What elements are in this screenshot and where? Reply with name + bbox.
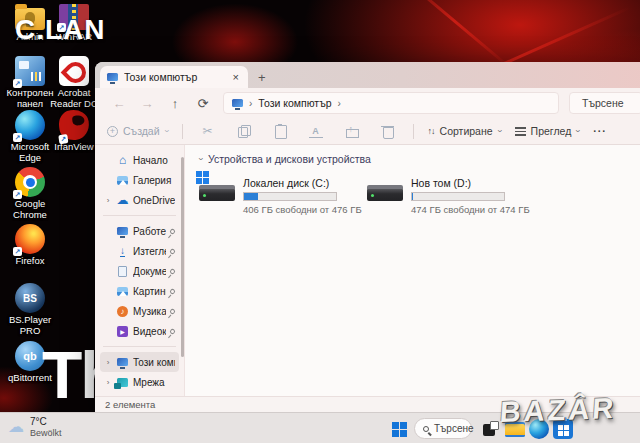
chevron-down-icon: ›: [573, 130, 583, 133]
desktop-icon-label: Admin: [17, 32, 44, 43]
this-pc-icon: [117, 358, 128, 366]
drive-usage-bar: [411, 192, 505, 201]
desktop-icon-winrar[interactable]: ↗ WinRAR: [50, 2, 98, 43]
sidebar-item-home[interactable]: ⌂ Начало: [100, 150, 179, 170]
item-count: 2 елемента: [105, 399, 155, 410]
sidebar-item-label: Картини: [133, 286, 166, 297]
qbittorrent-icon: qb: [15, 341, 45, 371]
refresh-button[interactable]: ⟳: [189, 96, 217, 111]
section-header-label: Устройства и дискови устройства: [208, 153, 371, 165]
view-label: Преглед: [531, 125, 572, 137]
more-options-button[interactable]: ···: [593, 125, 607, 137]
sidebar-item-music[interactable]: ♪ Музика: [100, 301, 179, 321]
drive-free-space: 406 ГБ свободни от 476 ГБ: [243, 204, 349, 215]
taskbar-edge-button[interactable]: [528, 418, 550, 440]
taskbar-store-button[interactable]: [552, 418, 574, 440]
screen: Thı Admin ↗ WinRAR ↗ Контролен панел Acr…: [0, 0, 640, 443]
tab-this-pc[interactable]: Този компютър ×: [100, 66, 248, 88]
desktop-icon-irfanview[interactable]: ↗ IrfanView: [50, 110, 98, 153]
expand-chevron-icon[interactable]: ›: [104, 196, 112, 205]
desktop-icon-admin[interactable]: Admin: [6, 2, 54, 43]
sidebar-item-documents[interactable]: Документи: [100, 261, 179, 281]
cut-button[interactable]: ✂: [197, 123, 219, 139]
share-button[interactable]: [341, 123, 363, 139]
user-folder-icon: [15, 8, 45, 30]
section-header-devices[interactable]: › Устройства и дискови устройства: [199, 153, 640, 165]
desktop-icon-firefox[interactable]: ↗ Firefox: [6, 224, 54, 267]
chevron-right-icon: ›: [338, 98, 341, 109]
sidebar-item-network[interactable]: › Мрежа: [100, 372, 179, 392]
desktop-icon-qbittorrent[interactable]: qb qBittorrent: [6, 341, 54, 384]
task-view-button[interactable]: [479, 418, 501, 440]
sidebar-scrollbar[interactable]: [181, 157, 184, 357]
sort-button[interactable]: ↑↓ Сортиране ›: [428, 125, 501, 137]
sidebar-item-label: Начало: [133, 155, 175, 166]
sidebar-item-label: OneDrive: [133, 195, 175, 206]
microsoft-store-icon: [553, 419, 573, 439]
sidebar-divider: [103, 346, 176, 347]
desktop-icon-edge[interactable]: ↗ Microsoft Edge: [6, 110, 54, 164]
this-pc-icon: [107, 73, 118, 81]
explorer-search-box[interactable]: Търсене: [569, 92, 640, 114]
taskbar-explorer-button[interactable]: [504, 418, 526, 440]
rename-button[interactable]: A: [305, 123, 327, 139]
address-breadcrumb[interactable]: › Този компютър ›: [223, 92, 559, 114]
up-button[interactable]: ↑: [161, 96, 189, 111]
drive-c-icon: [199, 177, 235, 203]
sidebar-item-label: Документи: [133, 266, 166, 277]
sidebar-item-desktop[interactable]: Работен пло: [100, 221, 179, 241]
drive-c[interactable]: Локален диск (C:) 406 ГБ свободни от 476…: [199, 177, 349, 215]
windows-logo-badge: [196, 171, 202, 177]
start-button[interactable]: [388, 418, 410, 440]
drive-tiles: Локален диск (C:) 406 ГБ свободни от 476…: [199, 177, 640, 215]
sidebar-item-videos[interactable]: ▶ Видеоклипо: [100, 321, 179, 341]
drive-d-icon: [367, 177, 403, 203]
sidebar-item-pictures[interactable]: Картини: [100, 281, 179, 301]
chevron-down-icon: ›: [494, 130, 504, 133]
new-button[interactable]: + Създай ›: [107, 125, 168, 137]
desktop-icon-chrome[interactable]: ↗ Google Chrome: [6, 167, 54, 221]
paste-button[interactable]: [269, 123, 291, 139]
shortcut-arrow-icon: ↗: [58, 134, 68, 144]
irfanview-icon: ↗: [57, 108, 91, 142]
delete-button[interactable]: [377, 123, 399, 139]
acrobat-icon: [59, 56, 89, 86]
sidebar-item-this-pc[interactable]: › Този компютър: [100, 352, 179, 372]
forward-button[interactable]: →: [133, 96, 161, 111]
sidebar-item-onedrive[interactable]: › ☁ OneDrive: [100, 190, 179, 210]
sidebar-item-label: Този компютър: [133, 357, 175, 368]
view-button[interactable]: Преглед ›: [515, 125, 580, 137]
taskbar-weather-widget[interactable]: ☁ 7°C Bewölkt: [8, 416, 62, 439]
sidebar-item-label: Музика: [133, 306, 166, 317]
sidebar-item-gallery[interactable]: Галерия: [100, 170, 179, 190]
folder-icon: [505, 422, 525, 437]
taskbar-search-box[interactable]: Търсене: [414, 418, 472, 439]
view-icon: [515, 127, 526, 136]
status-bar: 2 елемента: [95, 396, 640, 412]
sidebar-item-label: Изтеглени ф: [133, 246, 166, 257]
sidebar-divider: [103, 215, 176, 216]
drive-d[interactable]: Нов том (D:) 474 ГБ свободни от 474 ГБ: [367, 177, 517, 215]
copy-button[interactable]: [233, 123, 255, 139]
sidebar-item-downloads[interactable]: ↓ Изтеглени ф: [100, 241, 179, 261]
divider: [413, 124, 414, 139]
drive-usage-fill: [412, 193, 413, 200]
new-tab-button[interactable]: +: [258, 70, 266, 85]
tab-close-icon[interactable]: ×: [231, 71, 241, 83]
desktop-icon-label: WinRAR: [56, 32, 92, 43]
breadcrumb-this-pc[interactable]: Този компютър: [258, 97, 331, 109]
onedrive-cloud-icon: ☁: [116, 194, 129, 206]
drive-name: Локален диск (C:): [243, 177, 349, 189]
taskbar: ☁ 7°C Bewölkt Търсене: [0, 412, 640, 443]
expand-chevron-icon[interactable]: ›: [104, 378, 112, 387]
network-icon: [117, 378, 128, 387]
expand-chevron-icon[interactable]: ›: [104, 358, 112, 367]
documents-icon: [118, 266, 127, 277]
desktop-icon-bsplayer[interactable]: BS BS.Player PRO: [6, 283, 54, 337]
sidebar-item-label: Видеоклипо: [133, 326, 166, 337]
collapse-chevron-icon[interactable]: ›: [196, 158, 206, 161]
desktop-icon-control-panel[interactable]: ↗ Контролен панел: [6, 56, 54, 110]
control-panel-icon: ↗: [15, 56, 45, 86]
desktop-icon-acrobat[interactable]: Acrobat Reader DC: [50, 56, 98, 110]
back-button[interactable]: ←: [105, 96, 133, 111]
